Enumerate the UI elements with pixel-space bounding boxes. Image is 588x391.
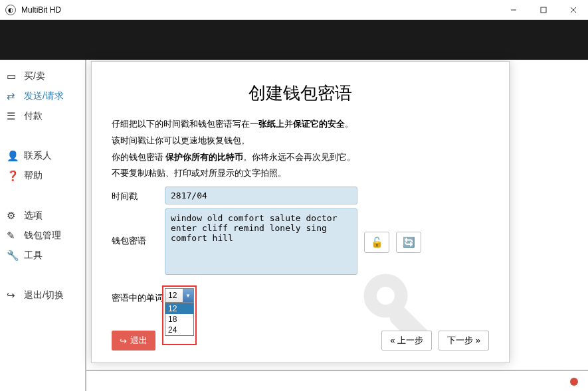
- next-button[interactable]: 下一步 »: [439, 331, 489, 351]
- sidebar-item-label: 工具: [24, 250, 43, 262]
- minimize-icon: [510, 7, 517, 13]
- wordcount-select[interactable]: 12 ▼: [165, 288, 194, 303]
- sidebar-item-label: 钱包管理: [24, 230, 61, 242]
- wordcount-select-wrap: 12 ▼ 12 18 24: [165, 288, 194, 303]
- timestamp-row: 时间戳: [112, 187, 489, 204]
- sidebar-item-contacts[interactable]: 👤联系人: [0, 146, 85, 166]
- toolbar: [0, 20, 588, 60]
- sidebar-item-label: 付款: [24, 110, 43, 122]
- sidebar-item-label: 联系人: [24, 150, 52, 162]
- close-icon: [570, 7, 577, 13]
- sidebar-item-label: 退出/切换: [24, 289, 64, 301]
- sidebar-item-label: 帮助: [24, 170, 43, 182]
- wordcount-option-24[interactable]: 24: [165, 325, 193, 335]
- sidebar-item-payments[interactable]: ☰付款: [0, 106, 85, 126]
- refresh-button[interactable]: 🔄: [396, 232, 421, 253]
- exit-icon: ↪: [120, 336, 127, 346]
- exit-button[interactable]: ↪ 退出: [112, 331, 155, 351]
- wrench-icon: 🔧: [7, 250, 19, 262]
- create-wallet-modal: 创建钱包密语 仔细把以下的时间戳和钱包密语写在一张纸上并保证它的安全。 该时间戳…: [91, 61, 510, 363]
- unlock-icon: 🔓: [371, 236, 383, 248]
- instruction-line-3: 你的钱包密语 保护你所有的比特币。你将永远不会再次见到它。: [112, 151, 489, 164]
- instruction-line-4: 不要复制/粘贴、打印或对所显示的文字拍照。: [112, 167, 489, 180]
- chevron-down-icon: ▼: [183, 289, 193, 302]
- maximize-icon: [540, 7, 547, 13]
- sidebar-item-wallet-manage[interactable]: ✎钱包管理: [0, 226, 85, 246]
- sidebar-item-exit[interactable]: ↪退出/切换: [0, 285, 85, 305]
- sidebar-item-label: 发送/请求: [24, 90, 64, 102]
- sidebar-item-tools[interactable]: 🔧工具: [0, 246, 85, 266]
- nav-buttons: « 上一步 下一步 »: [381, 331, 489, 351]
- instruction-line-1: 仔细把以下的时间戳和钱包密语写在一张纸上并保证它的安全。: [112, 118, 489, 131]
- sidebar-item-label: 买/卖: [24, 70, 45, 82]
- timestamp-input[interactable]: [165, 187, 357, 204]
- sidebar-item-send-request[interactable]: ⇄发送/请求: [0, 86, 85, 106]
- titlebar: ◐ MultiBit HD: [0, 0, 588, 20]
- maximize-button[interactable]: [528, 0, 558, 20]
- seed-label: 钱包密语: [112, 208, 165, 247]
- timestamp-label: 时间戳: [112, 187, 165, 202]
- sidebar-item-label: 选项: [24, 210, 43, 222]
- transfer-icon: ⇄: [7, 90, 19, 102]
- wordcount-option-12[interactable]: 12: [165, 303, 193, 314]
- gears-icon: ⚙: [7, 210, 19, 222]
- close-button[interactable]: [558, 0, 588, 20]
- wordcount-label: 密语中的单词: [112, 288, 165, 304]
- sidebar-item-help[interactable]: ❓帮助: [0, 166, 85, 186]
- sidebar-item-buy-sell[interactable]: ▭买/卖: [0, 66, 85, 86]
- status-indicator: [570, 378, 578, 386]
- wordcount-option-18[interactable]: 18: [165, 314, 193, 325]
- signout-icon: ↪: [7, 289, 19, 301]
- refresh-icon: 🔄: [403, 236, 415, 248]
- card-icon: ▭: [7, 70, 19, 82]
- exit-label: 退出: [130, 335, 147, 347]
- list-icon: ☰: [7, 110, 19, 122]
- prev-button[interactable]: « 上一步: [381, 331, 432, 351]
- user-icon: 👤: [7, 150, 19, 162]
- sidebar: ▭买/卖 ⇄发送/请求 ☰付款 👤联系人 ❓帮助 ⚙选项 ✎钱包管理 🔧工具 ↪…: [0, 60, 86, 391]
- minimize-button[interactable]: [498, 0, 528, 20]
- lock-button[interactable]: 🔓: [364, 232, 389, 253]
- window-title: MultiBit HD: [21, 5, 498, 15]
- help-icon: ❓: [7, 170, 19, 182]
- sidebar-item-options[interactable]: ⚙选项: [0, 206, 85, 226]
- seed-textarea[interactable]: window old comfort salute doctor enter c…: [165, 208, 357, 275]
- modal-title: 创建钱包密语: [112, 82, 489, 105]
- svg-rect-1: [541, 7, 546, 13]
- seed-row: 钱包密语 window old comfort salute doctor en…: [112, 208, 489, 275]
- divider: [86, 370, 588, 371]
- wordcount-row: 密语中的单词 12 ▼ 12 18 24: [112, 288, 489, 304]
- app-icon: ◐: [5, 5, 16, 15]
- edit-icon: ✎: [7, 230, 19, 242]
- wordcount-dropdown: 12 18 24: [165, 303, 194, 336]
- instruction-line-2: 该时间戳让你可以更速地恢复钱包。: [112, 135, 489, 147]
- wordcount-value: 12: [168, 291, 177, 300]
